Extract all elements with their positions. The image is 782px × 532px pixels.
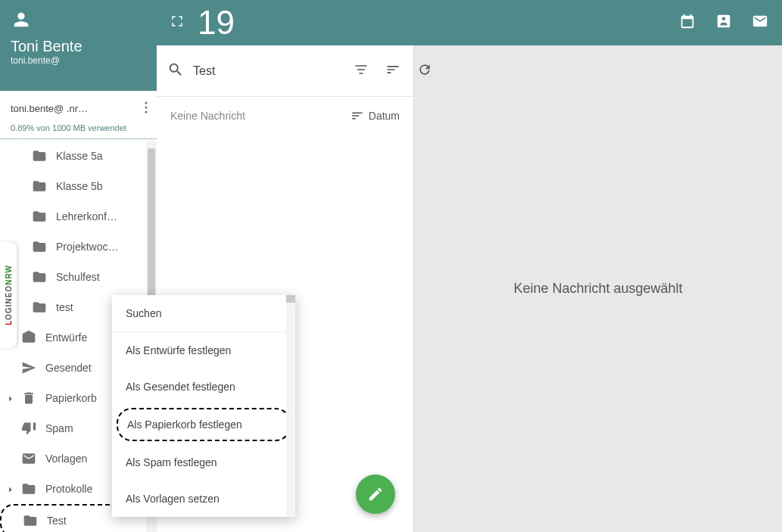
- viewer-empty-label: Keine Nachricht ausgewählt: [513, 281, 682, 297]
- folder-icon: [32, 179, 47, 194]
- fullscreen-icon[interactable]: [170, 14, 184, 31]
- folder-icon: [21, 481, 36, 496]
- folder-icon: [32, 239, 47, 254]
- user-email: toni.bente@: [11, 55, 146, 66]
- account-more-icon[interactable]: [142, 98, 151, 119]
- chevron-right-icon[interactable]: [6, 484, 15, 493]
- folder-icon: [32, 269, 47, 285]
- folder-label: Test: [47, 515, 67, 527]
- list-empty-label: Keine Nachricht: [170, 110, 245, 122]
- context-menu-item[interactable]: Als Spam festlegen: [112, 444, 295, 481]
- sort-button[interactable]: Datum: [350, 109, 400, 123]
- folder-item-projektwoc-[interactable]: Projektwoc…: [0, 232, 157, 262]
- trash-icon: [21, 390, 36, 406]
- refresh-icon[interactable]: [417, 62, 432, 80]
- folder-label: Vorlagen: [45, 453, 87, 465]
- storage-usage: 0.89% von 1000 MB verwendet: [0, 123, 157, 139]
- chevron-right-icon[interactable]: [6, 394, 15, 403]
- folder-item-klasse-5a[interactable]: Klasse 5a: [0, 141, 157, 171]
- folder-item-schulfest[interactable]: Schulfest: [0, 262, 157, 292]
- account-selector[interactable]: toni.bente@ .nr…: [0, 91, 157, 123]
- list-header: Keine Nachricht Datum: [157, 97, 413, 135]
- send-icon: [21, 360, 36, 375]
- context-menu-item[interactable]: Suchen: [112, 295, 295, 332]
- folder-label: Protokolle: [45, 483, 92, 495]
- context-menu-item[interactable]: Als Vorlagen setzen: [112, 481, 295, 517]
- folder-label: Entwürfe: [45, 331, 87, 344]
- contacts-icon[interactable]: [715, 13, 732, 33]
- context-menu-item[interactable]: Als Entwürfe festlegen: [112, 332, 295, 369]
- search-bar: [157, 45, 413, 97]
- svg-point-1: [145, 106, 147, 108]
- calendar-day[interactable]: 19: [198, 4, 235, 42]
- settings-button[interactable]: [131, 59, 146, 77]
- context-menu-scrollbar[interactable]: [286, 295, 295, 517]
- sort-icon[interactable]: [385, 62, 400, 80]
- svg-point-2: [145, 110, 147, 113]
- folder-item-lehrerkonf-[interactable]: Lehrerkonf…: [0, 201, 157, 232]
- folder-label: Papierkorb: [45, 392, 97, 404]
- folder-label: Klasse 5b: [56, 180, 102, 192]
- folder-label: Lehrerkonf…: [56, 210, 117, 222]
- svg-point-0: [145, 101, 147, 104]
- filter-icon[interactable]: [354, 62, 369, 80]
- folder-label: Schulfest: [56, 271, 100, 283]
- account-email: toni.bente@ .nr…: [11, 103, 88, 114]
- mail-icon: [21, 451, 36, 466]
- context-menu-item[interactable]: Als Gesendet festlegen: [112, 369, 295, 405]
- thumbdown-icon: [21, 421, 36, 436]
- context-menu: SuchenAls Entwürfe festlegenAls Gesendet…: [112, 295, 295, 517]
- folder-label: Klasse 5a: [56, 150, 102, 162]
- folder-icon: [32, 209, 47, 224]
- mail-icon[interactable]: [752, 13, 768, 33]
- context-menu-item[interactable]: Als Papierkorb festlegen: [117, 408, 291, 441]
- folder-label: Spam: [45, 422, 73, 434]
- folder-icon: [23, 513, 38, 528]
- user-name: Toni Bente: [11, 38, 146, 55]
- avatar-icon: [11, 9, 146, 33]
- folder-label: test: [56, 301, 73, 313]
- folder-icon: [32, 300, 47, 315]
- topbar: 19: [157, 0, 782, 45]
- folder-item-klasse-5b[interactable]: Klasse 5b: [0, 171, 157, 201]
- search-input[interactable]: [193, 64, 344, 78]
- folder-label: Projektwoc…: [56, 241, 118, 253]
- calendar-icon[interactable]: [679, 13, 696, 33]
- folder-icon: [32, 148, 47, 163]
- sidebar-header: Toni Bente toni.bente@: [0, 0, 157, 91]
- logineo-tab[interactable]: LOGINEONRW: [0, 242, 17, 348]
- folder-label: Gesendet: [45, 362, 92, 374]
- message-viewer: Keine Nachricht ausgewählt: [414, 45, 782, 532]
- drafts-icon: [21, 330, 36, 345]
- compose-button[interactable]: [356, 474, 395, 514]
- search-icon[interactable]: [167, 61, 184, 81]
